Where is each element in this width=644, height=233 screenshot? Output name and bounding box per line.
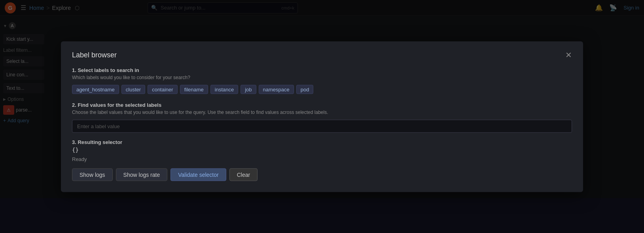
section-1-desc: Which labels would you like to consider … [72, 74, 572, 80]
label-tag[interactable]: namespace [259, 85, 294, 94]
label-value-input[interactable] [72, 119, 572, 133]
label-tag[interactable]: cluster [121, 85, 145, 94]
selector-value: {} [72, 146, 572, 153]
show-logs-button[interactable]: Show logs [72, 168, 113, 181]
label-browser-modal: Label browser ✕ 1. Select labels to sear… [61, 41, 583, 192]
modal-close-button[interactable]: ✕ [565, 51, 572, 59]
section-3: 3. Resulting selector {} [72, 139, 572, 153]
label-tag[interactable]: instance [210, 85, 238, 94]
label-tag[interactable]: container [148, 85, 177, 94]
validate-selector-button[interactable]: Validate selector [170, 168, 226, 181]
section-1-heading: 1. Select labels to search in [72, 67, 572, 73]
section-1: 1. Select labels to search in Which labe… [72, 67, 572, 94]
clear-button[interactable]: Clear [229, 168, 258, 181]
section-3-heading: 3. Resulting selector [72, 139, 572, 145]
modal-title: Label browser [72, 51, 117, 59]
label-tag[interactable]: filename [180, 85, 208, 94]
section-2: 2. Find values for the selected labels C… [72, 102, 572, 133]
modal-header: Label browser ✕ [72, 51, 572, 59]
action-buttons: Show logs Show logs rate Validate select… [72, 168, 572, 181]
label-tags-container: agent_hostnameclustercontainerfilenamein… [72, 85, 572, 94]
ready-status: Ready [72, 156, 572, 162]
show-logs-rate-button[interactable]: Show logs rate [116, 168, 168, 181]
label-tag[interactable]: pod [296, 85, 314, 94]
section-2-heading: 2. Find values for the selected labels [72, 102, 572, 108]
label-tag[interactable]: agent_hostname [72, 85, 119, 94]
label-tag[interactable]: job [241, 85, 256, 94]
section-2-desc: Choose the label values that you would l… [72, 109, 572, 115]
